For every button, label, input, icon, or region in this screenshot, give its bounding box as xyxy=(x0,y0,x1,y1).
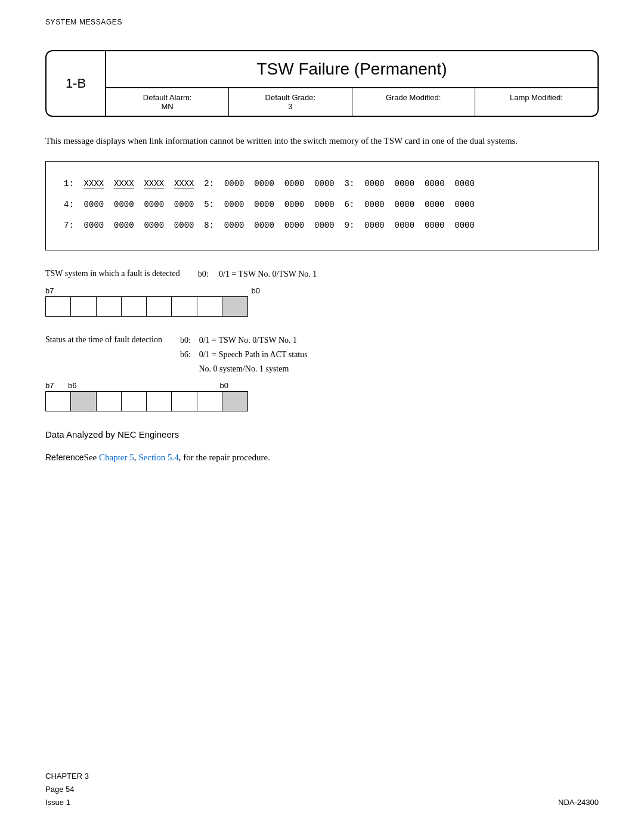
field-default-grade: Default Grade: 3 xyxy=(229,88,352,116)
bit-cell-3 xyxy=(147,297,172,316)
bit-cell-1 xyxy=(197,297,222,316)
bit-section: TSW system in which a fault is detected … xyxy=(45,267,599,317)
status-detail-b6: b6: 0/1 = Speech Path in ACT status xyxy=(180,348,308,362)
page-header: SYSTEM MESSAGES xyxy=(45,18,599,26)
status-detail-b0: b0: 0/1 = TSW No. 0/TSW No. 1 xyxy=(180,333,308,348)
field-default-grade-value: 3 xyxy=(235,102,345,111)
bit-marker-b7: b7 xyxy=(45,286,69,295)
description-text: This message displays when link informat… xyxy=(45,134,582,148)
data-row-1-text: 1: XXXX XXXX XXXX XXXX 2: 0000 0000 0000… xyxy=(64,175,475,193)
status-label-row: Status at the time of fault detection b0… xyxy=(45,333,599,376)
data-row-7: 7: 0000 0000 0000 0000 8: 0000 0000 0000… xyxy=(64,216,580,235)
status-detail-b6-2: No. 0 system/No. 1 system xyxy=(180,362,308,376)
bit-marker-b0: b0 xyxy=(69,286,260,295)
data-analyzed-text: Data Analyzed by NEC Engineers xyxy=(45,429,179,439)
bit-cell-4 xyxy=(122,297,147,316)
page: SYSTEM MESSAGES 1-B TSW Failure (Permane… xyxy=(0,0,644,833)
field-grade-modified-value xyxy=(358,102,469,111)
data-row-7-text: 7: 0000 0000 0000 0000 8: 0000 0000 0000… xyxy=(64,216,475,235)
status-cell-6 xyxy=(71,392,96,411)
message-id: 1-B xyxy=(47,51,106,116)
reference-see: See xyxy=(84,453,99,462)
data-row-1: 1: XXXX XXXX XXXX XXXX 2: 0000 0000 0000… xyxy=(64,175,580,193)
status-section: Status at the time of fault detection b0… xyxy=(45,333,599,411)
status-grid xyxy=(45,391,248,411)
message-box: 1-B TSW Failure (Permanent) Default Alar… xyxy=(45,50,599,117)
status-cell-3 xyxy=(147,392,172,411)
bit-description: TSW system in which a fault is detected xyxy=(45,267,180,280)
status-markers: b7 b6 b0 xyxy=(45,381,599,390)
status-marker-b7: b7 xyxy=(45,381,60,390)
footer-doc: NDA-24300 xyxy=(558,796,599,809)
bit-markers: b7 b0 xyxy=(45,286,599,295)
status-cell-5 xyxy=(97,392,122,411)
field-grade-modified-label: Grade Modified: xyxy=(358,93,469,102)
data-box: 1: XXXX XXXX XXXX XXXX 2: 0000 0000 0000… xyxy=(45,161,599,250)
status-cell-0 xyxy=(222,392,247,411)
field-default-grade-label: Default Grade: xyxy=(235,93,345,102)
footer-right: NDA-24300 xyxy=(558,796,599,809)
status-marker-b6: b6 xyxy=(60,381,85,390)
status-marker-b0: b0 xyxy=(212,381,237,390)
field-lamp-modified-value xyxy=(481,102,592,111)
reference: ReferenceSee Chapter 5, Section 5.4, for… xyxy=(45,450,599,465)
bit-grid xyxy=(45,296,248,317)
footer-issue: Issue 1 xyxy=(45,796,89,809)
field-default-alarm-value: MN xyxy=(112,102,222,111)
message-title: TSW Failure (Permanent) xyxy=(106,51,597,88)
header-title: SYSTEM MESSAGES xyxy=(45,18,122,26)
status-cell-4 xyxy=(122,392,147,411)
footer-left: CHAPTER 3 Page 54 Issue 1 xyxy=(45,770,89,809)
bit-cell-2 xyxy=(172,297,197,316)
field-lamp-modified: Lamp Modified: xyxy=(475,88,597,116)
bit-label-row: TSW system in which a fault is detected … xyxy=(45,267,599,281)
status-cell-2 xyxy=(172,392,197,411)
field-default-alarm: Default Alarm: MN xyxy=(106,88,229,116)
bit-cell-7 xyxy=(46,297,71,316)
field-lamp-modified-label: Lamp Modified: xyxy=(481,93,592,102)
status-cell-7 xyxy=(46,392,71,411)
data-analyzed: Data Analyzed by NEC Engineers xyxy=(45,429,599,439)
status-diagram: b7 b6 b0 xyxy=(45,381,599,411)
bit-detail: b0: 0/1 = TSW No. 0/TSW No. 1 xyxy=(192,267,317,281)
reference-link-chapter5[interactable]: Chapter 5 xyxy=(99,453,134,462)
footer-chapter: CHAPTER 3 xyxy=(45,770,89,783)
bit-cell-6 xyxy=(71,297,96,316)
message-box-right: TSW Failure (Permanent) Default Alarm: M… xyxy=(106,51,597,116)
field-grade-modified: Grade Modified: xyxy=(352,88,475,116)
bit-cell-0 xyxy=(222,297,247,316)
footer: CHAPTER 3 Page 54 Issue 1 NDA-24300 xyxy=(45,770,599,809)
bit-cell-5 xyxy=(97,297,122,316)
reference-link-section54[interactable]: Section 5.4 xyxy=(138,453,179,462)
status-detail: b0: 0/1 = TSW No. 0/TSW No. 1 b6: 0/1 = … xyxy=(174,333,308,376)
reference-label: Reference xyxy=(45,453,84,462)
field-default-alarm-label: Default Alarm: xyxy=(112,93,222,102)
message-fields: Default Alarm: MN Default Grade: 3 Grade… xyxy=(106,88,597,116)
bit-b0-label: b0: xyxy=(198,270,209,278)
status-description: Status at the time of fault detection xyxy=(45,333,162,346)
footer-page: Page 54 xyxy=(45,783,89,796)
data-row-4-text: 4: 0000 0000 0000 0000 5: 0000 0000 0000… xyxy=(64,196,475,214)
status-cell-1 xyxy=(197,392,222,411)
data-row-4: 4: 0000 0000 0000 0000 5: 0000 0000 0000… xyxy=(64,196,580,214)
bit-diagram: b7 b0 xyxy=(45,286,599,317)
reference-suffix: , for the repair procedure. xyxy=(179,453,270,462)
